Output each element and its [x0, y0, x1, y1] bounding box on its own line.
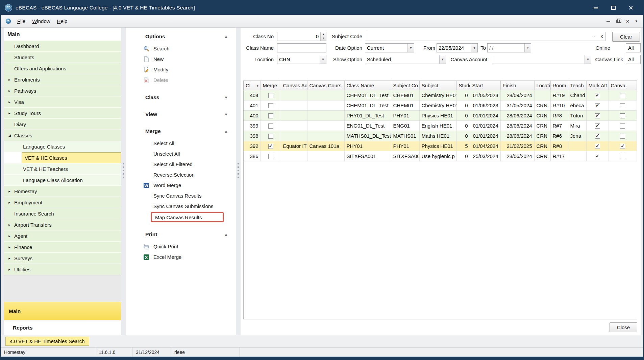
section-merge[interactable]: Merge▴ — [126, 127, 236, 136]
clear-button[interactable]: Clear — [612, 32, 640, 42]
table-row-399[interactable]: 399ENG01_DL_TestENG01English HE01001/01/… — [244, 120, 637, 131]
merge-checkbox[interactable] — [268, 123, 273, 129]
chevron-down-icon[interactable]: ▾ — [635, 19, 637, 23]
sidebar-item-language-class-allocation[interactable]: Language Class Allocation — [4, 175, 121, 185]
maximize-button[interactable] — [610, 4, 617, 12]
mark_att-checkbox[interactable] — [595, 134, 600, 139]
canvas-link-select[interactable]: All — [626, 55, 641, 64]
filter-dropdown-icon[interactable]: ▾ — [256, 84, 258, 88]
sidebar-item-agent[interactable]: ▸Agent — [4, 230, 121, 241]
spinner-down-icon[interactable]: ▼ — [321, 36, 326, 40]
action-select-all-filtered[interactable]: Select All Filtered — [126, 159, 236, 170]
merge-checkbox[interactable] — [268, 144, 273, 149]
sidebar-item-diary[interactable]: Diary — [4, 119, 121, 130]
sidebar-item-classes[interactable]: ◢Classes — [4, 130, 121, 141]
mdi-minimize-icon[interactable] — [606, 21, 610, 22]
splitter-grip-icon[interactable] — [123, 163, 124, 179]
mark_att-checkbox[interactable] — [595, 113, 600, 118]
action-sync-canvas-results[interactable]: Sync Canvas Results — [126, 190, 236, 201]
column-header-canvas_course[interactable]: Canvas Cours — [307, 81, 344, 90]
merge-checkbox[interactable] — [268, 103, 273, 108]
sidebar-item-pathways[interactable]: ▸Pathways — [4, 85, 121, 96]
mark_att-checkbox[interactable] — [595, 103, 600, 108]
mark_att-checkbox[interactable] — [595, 154, 600, 159]
class-no-spinner[interactable]: ▲▼ — [320, 32, 326, 41]
column-header-location[interactable]: Locati — [534, 81, 550, 90]
splitter-grip-icon[interactable] — [238, 163, 239, 179]
class-name-input[interactable] — [277, 43, 326, 52]
online-filter-select[interactable]: All — [626, 43, 641, 52]
action-unselect-all[interactable]: Unselect All — [126, 149, 236, 159]
app-menu-icon[interactable] — [5, 18, 11, 24]
canvas_link-checkbox[interactable] — [620, 93, 625, 98]
table-row-400[interactable]: 400PHY01_DL_TestPHY01Physics HE01001/01/… — [244, 110, 637, 120]
canvas_link-checkbox[interactable] — [620, 134, 625, 139]
action-modify[interactable]: Modify — [126, 64, 236, 75]
close-window-button[interactable]: × — [627, 4, 635, 12]
sidebar-item-airport-transfers[interactable]: ▸Airport Transfers — [4, 219, 121, 230]
column-header-students[interactable]: Studer — [456, 81, 470, 90]
sidebar-item-visa[interactable]: ▸Visa — [4, 96, 121, 107]
action-select-all[interactable]: Select All — [126, 138, 236, 149]
sidebar-item-employment[interactable]: ▸Employment — [4, 197, 121, 208]
action-quick-print[interactable]: Quick Print — [126, 241, 236, 252]
menu-help[interactable]: Help — [54, 17, 71, 25]
action-word-merge[interactable]: WWord Merge — [126, 180, 236, 190]
sidebar-item-enrolments[interactable]: ▸Enrolments — [4, 74, 121, 85]
sidebar-item-language-classes[interactable]: Language Classes — [4, 141, 121, 152]
from-date-picker[interactable]: 22/05/2024 ▾ — [437, 43, 478, 52]
merge-checkbox[interactable] — [268, 93, 273, 98]
table-row-404[interactable]: 404CHEM01_DL_Test_CHEM01Chemistry HE0100… — [244, 90, 637, 100]
merge-checkbox[interactable] — [268, 113, 273, 118]
sidebar-item-surveys[interactable]: ▸Surveys — [4, 253, 121, 264]
date-option-select[interactable]: Current ▾ — [365, 43, 414, 52]
action-new[interactable]: New — [126, 54, 236, 64]
nav-reports-button[interactable]: Reports — [4, 320, 121, 335]
spinner-up-icon[interactable]: ▲ — [321, 32, 326, 36]
column-header-canvas_link[interactable]: Canva — [609, 81, 637, 90]
canvas-account-select[interactable]: ▾ — [492, 55, 591, 64]
sidebar-item-offers-and-applications[interactable]: Offers and Applications — [4, 63, 121, 74]
column-header-subject_code[interactable]: Subject Co — [391, 81, 419, 90]
sidebar-item-utilities[interactable]: ▸Utilities — [4, 264, 121, 275]
show-option-select[interactable]: Scheduled ▾ — [365, 55, 446, 64]
column-header-class_no[interactable]: Cl▾ — [244, 81, 261, 90]
canvas_link-checkbox[interactable] — [620, 144, 625, 149]
sidebar-item-dashboard[interactable]: Dashboard — [4, 41, 121, 51]
action-delete[interactable]: Delete — [126, 75, 236, 85]
location-select[interactable]: CRN ▾ — [277, 55, 326, 64]
column-header-finish[interactable]: Finish — [500, 81, 534, 90]
sidebar-item-vet-he-teachers[interactable]: VET & HE Teachers — [4, 163, 121, 174]
tab-vet-he-timetables-search[interactable]: 4.0 VET & HE Timetables Search — [5, 337, 89, 346]
sidebar-item-vet-he-classes[interactable]: VET & HE Classes — [22, 152, 121, 163]
canvas_link-checkbox[interactable] — [620, 123, 625, 129]
class-no-input[interactable]: 0 ▲▼ — [277, 32, 326, 41]
column-header-teacher[interactable]: Teach — [568, 81, 586, 90]
merge-checkbox[interactable] — [268, 134, 273, 139]
table-row-386[interactable]: 386SITXFSA001SITXFSA001Use hygienic p025… — [244, 151, 637, 161]
column-header-room[interactable]: Room — [550, 81, 568, 90]
section-view[interactable]: View▾ — [126, 110, 236, 119]
minimize-button[interactable] — [592, 4, 599, 12]
nav-main-button[interactable]: Main — [4, 302, 121, 320]
mark_att-checkbox[interactable] — [595, 93, 600, 98]
sidebar-item-study-tours[interactable]: ▸Study Tours — [4, 108, 121, 118]
close-button[interactable]: Close — [610, 322, 637, 332]
canvas_link-checkbox[interactable] — [620, 113, 625, 118]
to-date-picker[interactable]: / / ▾ — [487, 43, 531, 52]
subject-code-clear-button[interactable]: X — [598, 34, 605, 39]
canvas_link-checkbox[interactable] — [620, 103, 625, 108]
action-search[interactable]: Search — [126, 43, 236, 54]
column-header-subject[interactable]: Subject — [419, 81, 456, 90]
sidebar-item-insurance-search[interactable]: Insurance Search — [4, 208, 121, 219]
column-header-canvas_account[interactable]: Canvas Ac — [281, 81, 307, 90]
section-print[interactable]: Print▴ — [126, 230, 236, 239]
merge-checkbox[interactable] — [268, 154, 273, 159]
menu-file[interactable]: File — [14, 17, 29, 25]
splitter-left[interactable] — [121, 28, 126, 335]
action-excel-merge[interactable]: XExcel Merge — [126, 252, 236, 262]
column-header-class_name[interactable]: Class Name — [344, 81, 391, 90]
table-row-398[interactable]: 398MATHS01_DL_TestMATHS01Maths HE01001/0… — [244, 131, 637, 141]
section-options[interactable]: Options▴ — [126, 32, 236, 41]
action-sync-canvas-submissions[interactable]: Sync Canvas Submissions — [126, 201, 236, 211]
